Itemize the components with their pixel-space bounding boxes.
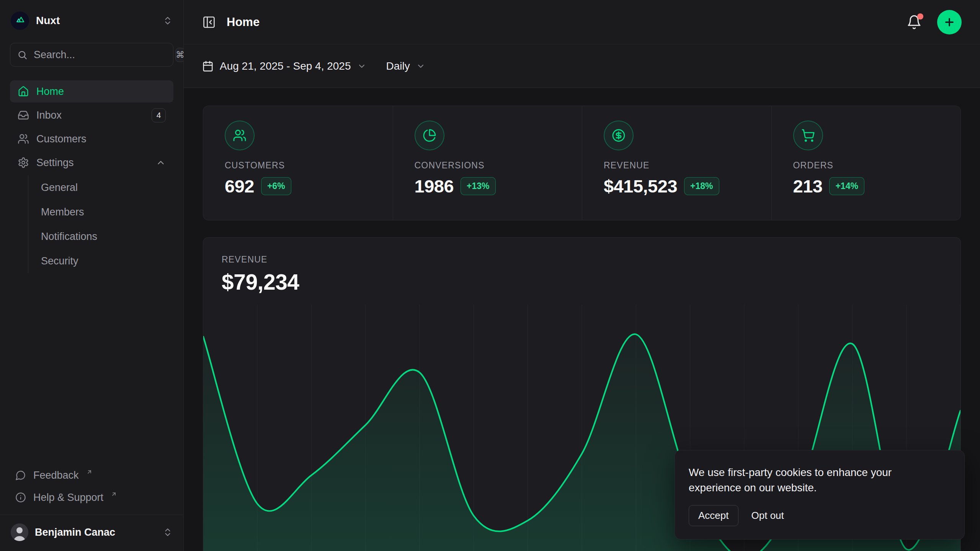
external-link-icon <box>111 491 117 497</box>
users-icon <box>18 133 29 145</box>
stat-conversions: CONVERSIONS 1986 +13% <box>393 106 582 220</box>
external-link-icon <box>86 469 93 475</box>
search-icon <box>17 50 28 60</box>
chevron-up-icon <box>156 158 166 168</box>
info-circle-icon <box>15 492 26 503</box>
cookie-banner: We use first-party cookies to enhance yo… <box>675 450 965 540</box>
stat-orders: ORDERS 213 +14% <box>771 106 961 220</box>
filter-bar: Aug 21, 2025 - Sep 4, 2025 Daily <box>184 44 980 88</box>
sidebar-item-customers[interactable]: Customers <box>10 128 173 150</box>
sidebar-spacer <box>0 273 183 464</box>
stat-revenue: REVENUE $415,523 +18% <box>582 106 771 220</box>
stat-delta-badge: +14% <box>829 177 864 195</box>
date-range-picker[interactable]: Aug 21, 2025 - Sep 4, 2025 <box>202 60 366 72</box>
add-button[interactable] <box>937 10 962 34</box>
date-range-label: Aug 21, 2025 - Sep 4, 2025 <box>220 60 351 72</box>
workspace-name: Nuxt <box>36 15 60 27</box>
feedback-link[interactable]: Feedback <box>10 464 173 486</box>
sub-item-label: General <box>41 182 78 194</box>
avatar <box>11 523 28 541</box>
nuxt-logo-icon <box>11 11 29 30</box>
accept-cookies-button[interactable]: Accept <box>689 505 738 526</box>
settings-subnav: General Members Notifications Security <box>28 175 173 273</box>
pie-chart-icon <box>415 121 444 150</box>
sidebar-footer: Feedback Help & Support <box>10 464 173 509</box>
chevron-down-icon <box>357 62 366 71</box>
stat-value: $415,523 <box>604 176 677 197</box>
stats-card: CUSTOMERS 692 +6% CONVERSIONS 1986 +13% <box>203 106 961 220</box>
calendar-icon <box>202 60 214 72</box>
unread-notification-dot <box>917 13 923 20</box>
search-input-wrapper[interactable]: ⌘ K <box>10 43 173 67</box>
stat-label: CONVERSIONS <box>415 160 582 171</box>
chevrons-up-down-icon <box>163 16 173 26</box>
sidebar-item-security[interactable]: Security <box>28 249 173 273</box>
sidebar-item-label: Inbox <box>36 109 62 121</box>
cart-icon <box>793 121 823 150</box>
users-icon <box>225 121 255 150</box>
dollar-circle-icon <box>604 121 634 150</box>
sidebar-item-label: Home <box>36 86 64 98</box>
sidebar-item-inbox[interactable]: Inbox 4 <box>10 104 173 126</box>
footer-link-label: Feedback <box>33 469 79 481</box>
topbar: Home <box>184 0 980 44</box>
stat-label: CUSTOMERS <box>225 160 393 171</box>
footer-link-label: Help & Support <box>33 492 103 504</box>
chevrons-up-down-icon <box>163 527 173 537</box>
notifications-button[interactable] <box>906 15 922 30</box>
sidebar-item-label: Customers <box>36 133 87 145</box>
granularity-select[interactable]: Daily <box>386 60 425 72</box>
sidebar-item-notifications[interactable]: Notifications <box>28 224 173 249</box>
stat-label: ORDERS <box>793 160 961 171</box>
sidebar-item-home[interactable]: Home <box>10 80 173 103</box>
sidebar-item-settings[interactable]: Settings <box>10 152 173 174</box>
chevron-down-icon <box>416 62 425 71</box>
stat-customers: CUSTOMERS 692 +6% <box>203 106 393 220</box>
revenue-chart-header: REVENUE $79,234 <box>203 238 960 295</box>
sidebar-nav: Home Inbox 4 Customers Settings Ge <box>10 80 173 273</box>
stat-value: 213 <box>793 176 823 197</box>
stat-delta-badge: +18% <box>684 177 719 195</box>
stat-delta-badge: +13% <box>461 177 495 195</box>
sub-item-label: Members <box>41 206 84 218</box>
search-input[interactable] <box>34 49 169 61</box>
stat-label: REVENUE <box>604 160 771 171</box>
gear-icon <box>18 157 29 168</box>
sub-item-label: Security <box>41 255 78 267</box>
user-name: Benjamin Canac <box>35 527 115 538</box>
granularity-label: Daily <box>386 60 410 72</box>
stat-value: 1986 <box>415 176 454 197</box>
sidebar: Nuxt ⌘ K Home Inbox 4 <box>0 0 184 551</box>
optout-cookies-button[interactable]: Opt out <box>751 510 784 522</box>
topbar-actions <box>906 10 962 34</box>
page-title: Home <box>227 15 260 29</box>
sidebar-item-members[interactable]: Members <box>28 200 173 224</box>
cookie-actions: Accept Opt out <box>689 505 951 526</box>
revenue-chart-value: $79,234 <box>222 269 942 295</box>
message-bubble-icon <box>15 470 26 481</box>
help-support-link[interactable]: Help & Support <box>10 486 173 509</box>
sidebar-item-general[interactable]: General <box>28 175 173 200</box>
sub-item-label: Notifications <box>41 231 97 243</box>
stat-value: 692 <box>225 176 254 197</box>
revenue-chart-label: REVENUE <box>222 254 942 265</box>
inbox-icon <box>18 109 29 121</box>
stat-delta-badge: +6% <box>261 177 291 195</box>
sidebar-collapse-icon[interactable] <box>202 15 216 29</box>
sidebar-item-label: Settings <box>36 157 74 169</box>
inbox-unread-badge: 4 <box>152 108 166 122</box>
cookie-message: We use first-party cookies to enhance yo… <box>689 465 926 496</box>
home-icon <box>18 86 29 97</box>
workspace-switcher[interactable]: Nuxt <box>0 0 183 37</box>
user-menu[interactable]: Benjamin Canac <box>0 515 183 551</box>
